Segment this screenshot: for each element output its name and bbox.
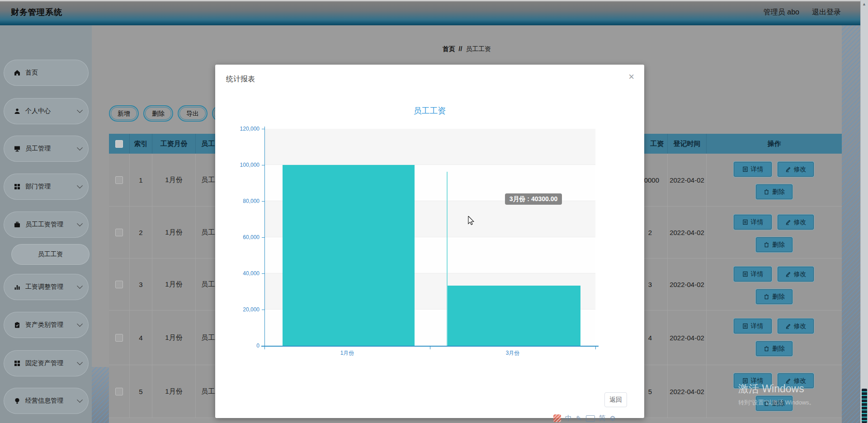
edit-button[interactable]: 修改 (778, 162, 814, 177)
mouse-cursor (467, 216, 476, 227)
scrollbar-thumb[interactable] (862, 389, 867, 423)
col-header-action: 操作 (707, 134, 842, 154)
grid-icon (14, 360, 20, 367)
edit-button[interactable]: 修改 (778, 215, 814, 230)
col-header-date: 登记时间 (668, 134, 707, 154)
x-axis-tick (595, 347, 596, 349)
chevron-down-icon (77, 397, 83, 403)
cell-index: 2 (130, 207, 152, 258)
sidebar-item-label: 部门管理 (25, 183, 51, 191)
breadcrumb-current: 员工工资 (466, 45, 491, 52)
cell-date: 2022-04-02 (668, 207, 707, 258)
detail-button[interactable]: 详情 (734, 215, 772, 230)
delete-row-button[interactable]: 删除 (756, 289, 793, 304)
grid-icon (14, 183, 20, 190)
modal-title: 统计报表 (226, 75, 255, 84)
cell-month: 1月份 (152, 365, 196, 418)
pencil-icon (785, 166, 791, 172)
sidebar-item-label: 员工管理 (25, 145, 51, 153)
ime-settings-gear-icon[interactable]: ⚙ (610, 414, 616, 423)
briefcase-icon (14, 221, 20, 228)
bar-march[interactable] (448, 286, 580, 346)
top-header: 财务管理系统 管理员 abo 退出登录 (0, 0, 868, 25)
back-button[interactable]: 返回 (604, 392, 627, 407)
x-axis-tick-label: 1月份 (329, 349, 365, 357)
detail-button[interactable]: 详情 (734, 267, 772, 282)
logout-link[interactable]: 退出登录 (812, 8, 841, 17)
row-checkbox[interactable] (115, 334, 123, 342)
delete-row-button[interactable]: 删除 (756, 184, 793, 199)
chevron-down-icon (77, 183, 83, 188)
cell-salary-partial: 0000 (644, 176, 659, 184)
sidebar-item-label: 工资调整管理 (25, 283, 63, 291)
cell-actions: 详情 修改 删除 (707, 310, 842, 365)
close-icon[interactable]: × (628, 71, 634, 83)
edit-button[interactable]: 修改 (778, 319, 814, 334)
chevron-down-icon (77, 359, 83, 365)
col-header-salary-partial: 工资 (650, 140, 664, 148)
delete-button[interactable]: 删除 (143, 105, 173, 122)
row-checkbox[interactable] (115, 176, 123, 184)
bar-january[interactable] (283, 165, 415, 346)
detail-button[interactable]: 详情 (734, 319, 772, 334)
y-axis-tick-label: 20,000 (228, 306, 259, 313)
row-checkbox[interactable] (115, 281, 123, 288)
detail-button[interactable]: 详情 (734, 162, 772, 177)
sidebar-item-department-mgmt[interactable]: 部门管理 (4, 174, 89, 200)
col-header-employee-partial: 员工 (201, 140, 215, 148)
ime-logo-icon[interactable] (553, 414, 561, 422)
sidebar-item-asset-category-mgmt[interactable]: 资产类别管理 (4, 312, 89, 338)
document-icon (742, 323, 748, 329)
ime-keyboard-icon[interactable] (586, 415, 595, 422)
cell-index: 4 (130, 310, 152, 365)
user-icon (14, 108, 20, 114)
page-scrollbar[interactable]: ▲ (860, 0, 868, 423)
home-icon (14, 70, 20, 76)
export-button[interactable]: 导出 (178, 105, 208, 122)
delete-row-button[interactable]: 删除 (756, 341, 793, 356)
sidebar-item-salary-mgmt[interactable]: 员工工资管理 (4, 212, 89, 238)
cell-index: 3 (130, 258, 152, 310)
sidebar-item-personal-center[interactable]: 个人中心 (4, 98, 89, 124)
y-axis-line (264, 127, 265, 349)
add-button[interactable]: 新增 (109, 105, 139, 122)
pencil-icon (785, 323, 791, 329)
cell-date: 2022-04-02 (668, 154, 707, 207)
trash-icon (764, 346, 769, 352)
x-axis-tick (264, 347, 265, 349)
col-header-index: 索引 (130, 134, 152, 154)
sidebar-item-label: 固定资产管理 (25, 359, 63, 367)
sidebar-item-employee-mgmt[interactable]: 员工管理 (4, 136, 89, 162)
chevron-down-icon (77, 283, 83, 289)
pencil-icon (785, 271, 791, 277)
sidebar-subitem-employee-salary[interactable]: 员工工资 (11, 244, 90, 265)
sidebar-item-salary-adjust-mgmt[interactable]: 工资调整管理 (4, 274, 89, 300)
document-icon (742, 219, 748, 225)
sidebar-item-business-info-mgmt[interactable]: 经营信息管理 (4, 388, 89, 414)
ime-pen-icon[interactable]: ✎ (576, 414, 582, 423)
sidebar-item-fixed-asset-mgmt[interactable]: 固定资产管理 (4, 350, 89, 376)
ime-simplified-icon[interactable]: 简 (599, 414, 606, 423)
row-checkbox[interactable] (115, 388, 123, 395)
col-header-month: 工资月份 (152, 134, 196, 154)
ime-chinese-mode-icon[interactable]: 中 (565, 414, 572, 423)
chart-tooltip: 3月份 : 40300.00 (505, 193, 562, 205)
clipboard-icon (14, 322, 20, 328)
delete-row-button[interactable]: 删除 (756, 237, 793, 252)
y-axis-tick-label: 80,000 (228, 198, 259, 204)
sidebar-item-home[interactable]: 首页 (4, 60, 89, 86)
breadcrumb-separator: // (459, 45, 462, 52)
windows-activation-watermark: 激活 Windows (738, 382, 804, 396)
chart-band (264, 129, 595, 165)
scrollbar-up-arrow[interactable]: ▲ (862, 2, 866, 6)
cell-index: 1 (130, 154, 152, 207)
trash-icon (764, 242, 769, 248)
monitor-icon (14, 146, 20, 152)
y-axis-tick-label: 100,000 (228, 162, 259, 168)
edit-button[interactable]: 修改 (778, 267, 814, 282)
select-all-checkbox[interactable] (115, 140, 123, 148)
sidebar-item-label: 经营信息管理 (25, 397, 63, 405)
breadcrumb-home[interactable]: 首页 (443, 45, 455, 52)
row-checkbox[interactable] (115, 229, 123, 236)
y-axis-tick-label: 120,000 (228, 126, 259, 132)
